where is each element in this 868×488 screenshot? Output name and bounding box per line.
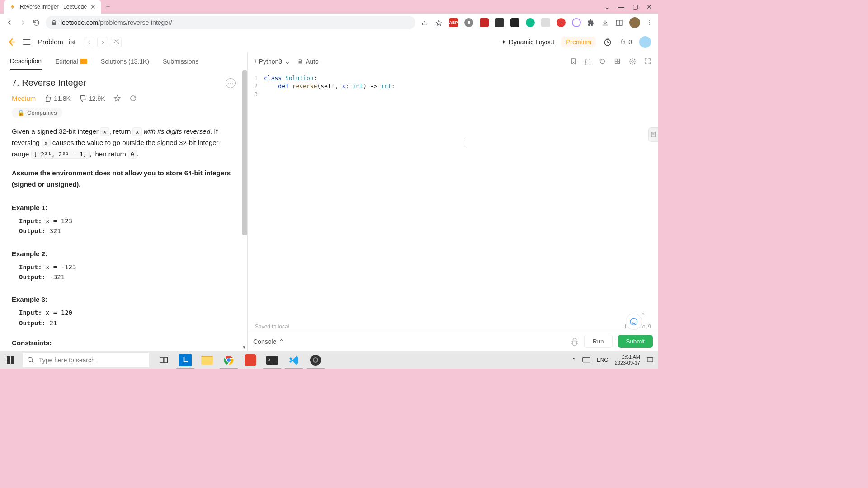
taskbar-app-1[interactable]: L (175, 351, 196, 369)
extension-box-icon[interactable] (510, 18, 519, 27)
example-2: Input: x = -123 Output: -321 (12, 262, 236, 282)
extension-red-icon[interactable] (480, 18, 489, 27)
tab-submissions[interactable]: Submissions (163, 52, 198, 70)
chrome-icon[interactable] (218, 351, 240, 369)
premium-button[interactable]: Premium (561, 37, 596, 47)
sidepanel-icon[interactable] (615, 19, 623, 27)
chrome-menu-icon[interactable]: ⋮ (646, 19, 653, 26)
autocomplete-toggle[interactable]: Auto (297, 58, 319, 65)
close-window-icon[interactable]: ✕ (646, 3, 652, 10)
premium-badge-icon (80, 59, 87, 64)
svg-rect-22 (647, 357, 653, 361)
flame-icon (619, 38, 627, 46)
code-content: class Solution: def reverse(self, x: int… (261, 70, 395, 322)
more-options-button[interactable]: ⋯ (226, 78, 236, 88)
run-button[interactable]: Run (584, 335, 612, 348)
reset-icon[interactable] (599, 58, 606, 65)
back-button[interactable] (5, 19, 14, 27)
constraints-header: Constraints: (12, 339, 236, 347)
tab-dropdown-icon[interactable]: ⌄ (604, 3, 610, 10)
tab-description[interactable]: Description (10, 52, 42, 70)
notifications-icon[interactable] (646, 357, 654, 364)
debug-icon[interactable] (571, 338, 579, 346)
like-button[interactable]: 11.8K (44, 95, 71, 102)
extension-gray-icon[interactable] (541, 18, 550, 27)
terminal-icon[interactable]: >_ (261, 351, 283, 369)
obs-icon[interactable] (305, 351, 326, 369)
tab-solutions[interactable]: Solutions (13.1K) (101, 52, 149, 70)
info-icon: i (255, 58, 256, 65)
retrieve-icon[interactable] (614, 58, 621, 65)
extensions-button[interactable] (587, 19, 595, 27)
next-problem-button[interactable]: › (97, 37, 108, 47)
close-tab-icon[interactable]: ✕ (90, 3, 96, 10)
leetcode-favicon (9, 3, 16, 10)
favorite-button[interactable] (113, 94, 121, 102)
extension-green-icon[interactable] (526, 18, 535, 27)
chat-support-button[interactable] (626, 314, 642, 330)
clock[interactable]: 2:51 AM 2023-09-17 (615, 354, 640, 366)
problem-list-link[interactable]: Problem List (38, 38, 75, 46)
extension-ring-icon[interactable] (572, 18, 581, 27)
language-selector[interactable]: i Python3 ⌄ (255, 58, 290, 65)
code-editor[interactable]: 1 2 3 class Solution: def reverse(self, … (248, 70, 658, 322)
dynamic-layout-button[interactable]: ✦ Dynamic Layout (501, 38, 554, 46)
new-tab-button[interactable]: ＋ (105, 3, 111, 11)
task-view-icon[interactable] (153, 351, 175, 369)
browser-tab[interactable]: Reverse Integer - LeetCode ✕ (4, 0, 101, 14)
difficulty-badge: Medium (12, 94, 36, 102)
keyboard-icon[interactable] (582, 357, 590, 363)
lock-icon (51, 20, 57, 26)
url-text: leetcode.com/problems/reverse-integer/ (61, 19, 172, 26)
braces-icon[interactable]: { } (585, 58, 591, 65)
scroll-down-arrow[interactable]: ▼ (242, 345, 246, 350)
bookmark-icon[interactable] (570, 58, 577, 65)
taskbar-search[interactable]: Type here to search (23, 353, 149, 367)
svg-rect-21 (582, 357, 590, 362)
problem-title: 7. Reverse Integer (12, 78, 86, 88)
tray-expand-icon[interactable]: ⌃ (571, 357, 576, 363)
start-button[interactable] (0, 351, 21, 369)
extension-alert-icon[interactable]: ! (557, 18, 566, 27)
taskbar-app-todoist[interactable] (240, 351, 261, 369)
vscode-icon[interactable] (283, 351, 305, 369)
list-icon[interactable] (23, 38, 32, 46)
extension-dark-icon[interactable] (495, 18, 504, 27)
companies-chip[interactable]: 🔒 Companies (12, 108, 62, 118)
file-explorer-icon[interactable] (196, 351, 218, 369)
forward-button[interactable] (19, 19, 27, 27)
address-bar[interactable]: leetcode.com/problems/reverse-integer/ (46, 16, 415, 29)
language-indicator[interactable]: ENG (597, 357, 609, 363)
problem-description: Given a signed 32-bit integer x, return … (12, 126, 236, 160)
tab-editorial[interactable]: Editorial (55, 52, 87, 70)
svg-rect-8 (615, 61, 617, 63)
fullscreen-icon[interactable] (644, 58, 651, 65)
settings-icon[interactable] (629, 58, 636, 65)
extension-pause-icon[interactable]: ⏸ (464, 18, 473, 27)
svg-point-2 (23, 39, 24, 40)
chat-close-icon[interactable]: ✕ (641, 311, 645, 316)
console-toggle[interactable]: Console ⌃ (253, 338, 284, 345)
streak-counter[interactable]: 0 (619, 38, 632, 46)
prev-problem-button[interactable]: ‹ (84, 37, 94, 47)
svg-rect-0 (616, 20, 622, 25)
submit-button[interactable]: Submit (618, 335, 653, 348)
minimize-icon[interactable]: ― (618, 3, 624, 10)
reload-button[interactable] (33, 19, 40, 27)
svg-rect-9 (618, 61, 619, 63)
sync-button[interactable] (129, 94, 137, 102)
bookmark-star-icon[interactable] (435, 19, 443, 27)
maximize-icon[interactable]: ▢ (632, 3, 638, 10)
shuffle-button[interactable] (111, 37, 122, 47)
leetcode-logo-icon[interactable] (7, 38, 16, 47)
timer-icon[interactable] (603, 38, 612, 47)
user-avatar[interactable] (639, 36, 651, 48)
share-icon[interactable] (421, 19, 429, 27)
extension-abp-icon[interactable]: ABP (449, 18, 458, 27)
line-gutter: 1 2 3 (248, 70, 261, 322)
notes-side-tab[interactable] (648, 127, 658, 142)
profile-avatar[interactable] (629, 17, 640, 28)
dislike-button[interactable]: 12.9K (79, 95, 105, 102)
downloads-icon[interactable] (601, 19, 609, 27)
example-1: Input: x = 123 Output: 321 (12, 216, 236, 236)
